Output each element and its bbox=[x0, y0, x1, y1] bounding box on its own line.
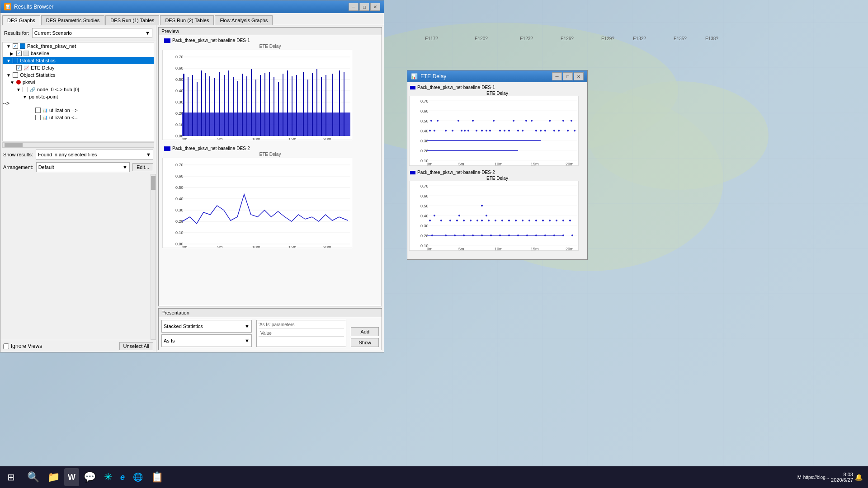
svg-text:0.30: 0.30 bbox=[420, 139, 429, 143]
ete-maximize-button[interactable]: □ bbox=[563, 72, 573, 80]
ete-window-controls: ─ □ ✕ bbox=[552, 72, 584, 80]
svg-rect-70 bbox=[326, 75, 326, 136]
as-is-dropdown[interactable]: As Is ▼ bbox=[161, 334, 252, 347]
maximize-button[interactable]: □ bbox=[359, 3, 369, 11]
tree-item-ete-delay[interactable]: 📈 ETE Delay bbox=[3, 64, 154, 71]
svg-point-190 bbox=[569, 220, 571, 221]
taskbar-search[interactable]: 🔍 bbox=[24, 468, 43, 486]
tree-item-pack-three[interactable]: ▼ Pack_three_pksw_net bbox=[3, 42, 154, 50]
svg-rect-60 bbox=[278, 82, 279, 136]
svg-text:15m: 15m bbox=[288, 245, 297, 248]
show-results-label: Show results: bbox=[3, 152, 33, 157]
ete-close-button[interactable]: ✕ bbox=[574, 72, 584, 80]
svg-point-137 bbox=[535, 130, 537, 131]
edit-button[interactable]: Edit... bbox=[132, 163, 153, 171]
ignore-views-label: Ignore Views bbox=[11, 343, 42, 349]
tree-item-util-bwd[interactable]: 📊 utilization <-- bbox=[3, 114, 154, 121]
checkbox-util-bwd[interactable] bbox=[35, 115, 41, 120]
ete-chart1-legend: Pack_three_pksw_net-baseline-DES-1 bbox=[409, 84, 585, 91]
svg-rect-57 bbox=[264, 73, 265, 136]
tree-item-util-fwd[interactable]: 📊 utilization --> bbox=[3, 107, 154, 114]
stacked-stats-dropdown[interactable]: Stacked Statistics ▼ bbox=[161, 320, 252, 333]
horizontal-scrollbar[interactable] bbox=[2, 142, 154, 148]
svg-point-206 bbox=[526, 235, 528, 236]
ete-chart1-legend-color bbox=[410, 86, 415, 89]
taskbar-ie[interactable]: e bbox=[117, 468, 128, 486]
svg-rect-47 bbox=[219, 72, 220, 136]
checkbox-baseline[interactable] bbox=[16, 51, 22, 56]
show-results-dropdown[interactable]: Found in any selected files ▼ bbox=[36, 150, 153, 160]
svg-rect-38 bbox=[182, 113, 350, 136]
results-for-dropdown[interactable]: Current Scenario ▼ bbox=[32, 28, 152, 38]
minimize-button[interactable]: ─ bbox=[349, 3, 359, 11]
taskbar-star[interactable]: ✳ bbox=[100, 468, 116, 486]
svg-rect-69 bbox=[321, 77, 322, 136]
tree-item-object-stats[interactable]: ▼ Object Statistics bbox=[3, 71, 154, 79]
tree-label-ete-delay: ETE Delay bbox=[31, 65, 55, 70]
svg-point-194 bbox=[486, 215, 487, 216]
chart1-container: Pack_three_pksw_net-baseline-DES-1 ETE D… bbox=[159, 35, 382, 143]
tree-item-pkswl[interactable]: ▼ pkswl bbox=[3, 79, 154, 86]
add-button[interactable]: Add bbox=[351, 327, 379, 336]
scrollbar-thumb-h[interactable] bbox=[5, 143, 23, 147]
taskbar-word[interactable]: W bbox=[64, 468, 79, 486]
svg-text:5m: 5m bbox=[217, 245, 223, 248]
vertical-scrollbar[interactable] bbox=[151, 174, 156, 340]
svg-text:5m: 5m bbox=[217, 137, 223, 140]
tab-des-graphs[interactable]: DES Graphs bbox=[2, 15, 40, 25]
svg-point-133 bbox=[517, 130, 519, 131]
checkbox-global-stats[interactable] bbox=[13, 58, 18, 63]
svg-point-203 bbox=[499, 235, 501, 236]
tab-des-parametric[interactable]: DES Parametric Studies bbox=[41, 15, 105, 25]
taskbar-wechat[interactable]: 💬 bbox=[80, 468, 99, 486]
tree-item-node0[interactable]: ▼ 🔗 node_0 <-> hub [0] bbox=[3, 86, 154, 93]
ete-chart1-container: Pack_three_pksw_net-baseline-DES-1 ETE D… bbox=[409, 84, 585, 167]
tree-item-global-stats[interactable]: ▼ Global Statistics bbox=[3, 57, 154, 64]
ete-delay-window: 📊 ETE Delay ─ □ ✕ Pack_three_pksw_net-ba… bbox=[407, 70, 588, 260]
svg-point-121 bbox=[464, 130, 466, 131]
checkbox-ete-delay[interactable] bbox=[16, 65, 22, 70]
svg-text:0m: 0m bbox=[182, 245, 188, 248]
svg-rect-50 bbox=[233, 77, 234, 136]
svg-rect-48 bbox=[224, 75, 225, 136]
taskbar-file-explorer[interactable]: 📁 bbox=[44, 468, 63, 486]
tab-des-run2[interactable]: DES Run (2) Tables bbox=[160, 15, 214, 25]
chart2-title: ETE Delay bbox=[162, 152, 378, 157]
checkbox-node0[interactable] bbox=[23, 87, 28, 92]
svg-point-197 bbox=[445, 235, 447, 236]
tree-item-p2p[interactable]: ▼ point-to-point bbox=[3, 93, 154, 100]
arrangement-dropdown[interactable]: Default ▼ bbox=[36, 162, 130, 172]
svg-text:0m: 0m bbox=[427, 162, 433, 166]
folder-checkbox-pack-three[interactable] bbox=[20, 43, 25, 49]
svg-rect-73 bbox=[344, 72, 344, 136]
start-button[interactable]: ⊞ bbox=[0, 466, 22, 488]
tree-item-baseline[interactable]: ▶ baseline bbox=[3, 50, 154, 57]
svg-point-128 bbox=[493, 120, 495, 122]
ignore-views-checkbox[interactable] bbox=[3, 343, 9, 349]
close-button[interactable]: ✕ bbox=[370, 3, 380, 11]
ete-minimize-button[interactable]: ─ bbox=[552, 72, 562, 80]
taskbar-edge[interactable]: 🌐 bbox=[129, 468, 146, 486]
tab-flow-analysis[interactable]: Flow Analysis Graphs bbox=[215, 15, 273, 25]
svg-rect-67 bbox=[312, 73, 313, 136]
checkbox-util-fwd[interactable] bbox=[35, 108, 41, 113]
file-tree[interactable]: ▼ Pack_three_pksw_net ▶ baseline ▼ Globa… bbox=[2, 42, 154, 141]
svg-point-129 bbox=[499, 130, 501, 131]
tab-des-run1[interactable]: DES Run (1) Tables bbox=[105, 15, 159, 25]
unselect-all-button[interactable]: Unselect All bbox=[119, 342, 153, 350]
checkbox-object-stats[interactable] bbox=[13, 72, 18, 78]
folder-checkbox-baseline[interactable] bbox=[24, 51, 29, 56]
taskbar-task-app[interactable]: 📋 bbox=[147, 468, 167, 486]
checkbox-pack-three[interactable] bbox=[13, 43, 18, 49]
svg-text:0m: 0m bbox=[427, 247, 433, 251]
show-button[interactable]: Show bbox=[351, 338, 379, 347]
tree-label-pkswl: pkswl bbox=[23, 80, 35, 85]
clock: 8:03 2020/6/27 bbox=[831, 472, 853, 483]
results-browser-titlebar: 📊 Results Browser ─ □ ✕ bbox=[0, 0, 384, 13]
scrollbar-thumb-v[interactable] bbox=[151, 176, 156, 190]
notification-icon[interactable]: 🔔 bbox=[855, 474, 863, 481]
svg-point-174 bbox=[463, 220, 465, 221]
presentation-controls: Stacked Statistics ▼ As Is ▼ bbox=[161, 320, 252, 347]
ete-chart1-legend-label: Pack_three_pksw_net-baseline-DES-1 bbox=[417, 85, 495, 90]
svg-point-141 bbox=[553, 130, 555, 131]
